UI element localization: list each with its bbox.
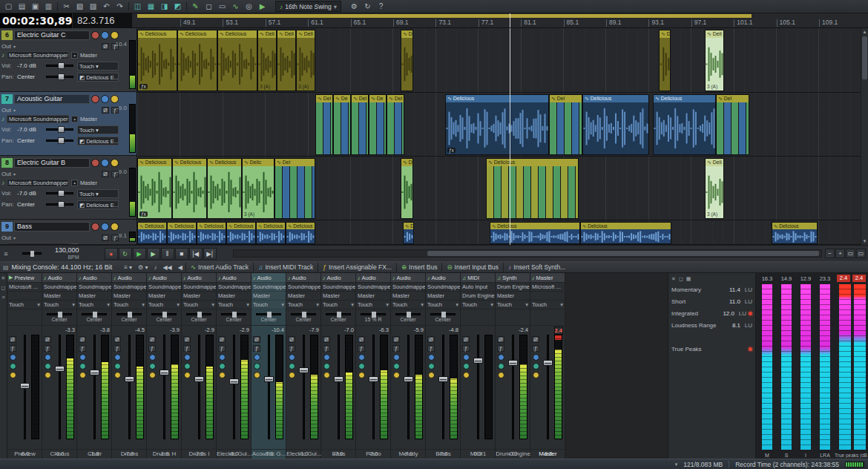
audio-clip[interactable]: ∿ Deli3 (A) — [705, 30, 724, 91]
channel-device[interactable]: Soundmapper — [182, 283, 216, 292]
zoom-out-button[interactable]: − — [825, 249, 835, 258]
channel-bus[interactable]: Master — [147, 292, 181, 301]
record-input-button[interactable] — [254, 354, 260, 361]
zoom-in-button[interactable]: + — [835, 249, 845, 258]
phase-button[interactable]: Ø — [288, 336, 295, 343]
mixer-strip-midi1[interactable]: ♫MIDIAuto InputDrum EngineTouch▾Øƒ0.0 — [461, 273, 496, 459]
channel-type[interactable]: ♪Audio — [77, 273, 111, 283]
solo-button[interactable] — [111, 31, 119, 39]
arm-record-button[interactable] — [91, 223, 99, 231]
fx-button[interactable]: ƒ — [218, 345, 226, 352]
draw-tool-icon[interactable]: ✎ — [189, 1, 202, 12]
pan-control[interactable]: Center — [112, 309, 146, 326]
play-button[interactable]: ▶ — [147, 248, 160, 260]
solo-button[interactable] — [79, 372, 86, 378]
record-input-button[interactable] — [463, 354, 470, 361]
channel-device[interactable]: Soundmapper — [217, 283, 251, 292]
mute-button[interactable] — [45, 363, 51, 370]
channel-bus[interactable]: Master — [182, 292, 216, 301]
volume-fader[interactable] — [90, 335, 99, 439]
scrollbar-thumb[interactable] — [427, 251, 819, 256]
channel-type[interactable]: ♫Synth — [496, 273, 530, 283]
record-button[interactable]: ● — [105, 248, 118, 260]
channel-type[interactable]: ♪Audio — [251, 273, 286, 283]
phase-button[interactable]: Ø — [44, 336, 51, 343]
button-insert-assignable-fx[interactable]: ƒInsert Assignable FX... — [318, 263, 396, 272]
audio-clip[interactable]: ∿ Del — [315, 94, 333, 155]
solo-button[interactable] — [184, 372, 191, 378]
track-name-field[interactable]: Bass — [14, 222, 90, 232]
fx-chain-button[interactable]: ◩ Delicious E... — [77, 73, 119, 82]
track-name-field[interactable]: Acoustic Guitar — [14, 94, 90, 104]
automation-select[interactable]: Touch ▾ — [77, 125, 119, 134]
phase-button[interactable]: Ø — [497, 336, 504, 343]
track-header-acoustic-guitar[interactable]: 7Acoustic GuitarOut▾Øƒ♪Microsoft Soundma… — [0, 92, 137, 156]
solo-button[interactable] — [393, 372, 400, 378]
phase-button[interactable]: Ø — [79, 336, 86, 343]
pan-slider[interactable] — [430, 313, 456, 315]
channel-device[interactable]: Soundmapper — [321, 283, 355, 292]
phase-button[interactable]: Ø — [253, 336, 260, 343]
vertical-scrollbar[interactable]: ▲ ▼ — [861, 28, 868, 245]
mute-button[interactable] — [101, 223, 109, 231]
audio-clip[interactable]: ∿ Delicious — [490, 222, 580, 244]
solo-button[interactable] — [45, 372, 51, 378]
channel-bus[interactable]: Master — [251, 292, 286, 301]
audio-clip[interactable]: ∿ Deli — [277, 30, 296, 91]
pan-slider[interactable] — [46, 76, 73, 78]
volume-fader[interactable] — [125, 335, 134, 439]
pan-control[interactable]: 15 % R — [356, 309, 390, 326]
dock-icon[interactable]: ◻ — [1, 285, 6, 291]
track-header-electric-guitar-b[interactable]: 8Electric Guitar BOut▾Øƒ♪Microsoft Sound… — [0, 156, 137, 220]
automation-mode[interactable]: Touch▾ — [426, 301, 460, 309]
go-to-end-button[interactable]: ▶| — [203, 248, 217, 260]
record-input-button[interactable] — [10, 354, 16, 361]
channel-bus[interactable]: Master — [112, 292, 146, 301]
channel-bus[interactable]: Master — [42, 292, 76, 301]
fx-button[interactable]: ƒ — [183, 345, 191, 352]
phase-button[interactable]: Ø — [102, 43, 109, 50]
channel-bus[interactable]: Master — [286, 292, 320, 301]
phase-button[interactable]: Ø — [9, 336, 16, 343]
solo-button[interactable] — [219, 372, 226, 378]
pan-control[interactable] — [530, 309, 565, 326]
automation-mode[interactable]: Touch▾ — [391, 301, 425, 309]
redo-icon[interactable]: ↷ — [114, 1, 126, 12]
channel-device[interactable]: Drum Engine — [496, 283, 530, 292]
channel-type[interactable]: ♪Audio — [356, 273, 390, 283]
audio-clip[interactable]: ∿ De — [333, 94, 351, 155]
fx-button[interactable]: ƒ — [392, 345, 400, 352]
pan-slider[interactable] — [326, 313, 351, 315]
button-insert-midi-track[interactable]: ♫Insert MIDI Track — [253, 263, 318, 272]
scroll-down-icon[interactable]: ▼ — [861, 237, 868, 245]
channel-name-bass[interactable]: Bass — [321, 450, 356, 459]
render-icon[interactable]: ▥ — [42, 1, 55, 12]
channel-bus[interactable] — [530, 292, 565, 301]
solo-button[interactable] — [358, 372, 365, 378]
mixer-strip-melody[interactable]: ♪AudioSoundmapperMasterTouch▾Center-5.9Ø… — [391, 273, 426, 459]
mixer-strip-brass[interactable]: ♪AudioSoundmapperMasterTouch▾Center-4.8Ø… — [426, 273, 461, 459]
automation-mode[interactable]: Touch▾ — [530, 301, 565, 309]
mute-button[interactable] — [149, 363, 156, 370]
fx-button[interactable]: ƒ — [358, 345, 365, 352]
volume-slider[interactable] — [46, 192, 73, 194]
pan-control[interactable] — [461, 309, 495, 326]
audio-clip[interactable]: ∿ Del — [387, 94, 404, 155]
mixer-strip-drum-engine[interactable]: ♫SynthDrum EngineMasterTouch▾-2.4Øƒ-0.0 — [496, 273, 530, 459]
dock-icon[interactable]: ≡ — [1, 295, 4, 300]
button-insert-soft-synth[interactable]: ♪Insert Soft Synth... — [503, 263, 570, 272]
mixer-strip-chorus[interactable]: ♪AudioSoundmapperMasterTouch▾Center-3.3Ø… — [42, 273, 77, 459]
mixer-menu-icon[interactable]: ≡ ▾ — [121, 264, 135, 271]
channel-bus[interactable]: Master — [391, 292, 425, 301]
audio-clip[interactable]: ∿ D — [401, 158, 413, 219]
undo-icon[interactable]: ↶ — [100, 1, 113, 12]
fx-badge[interactable]: ƒx — [447, 148, 456, 153]
automation-mode[interactable]: Touch▾ — [496, 301, 530, 309]
phase-button[interactable]: Ø — [102, 234, 109, 241]
mute-button[interactable] — [101, 31, 109, 39]
pan-control[interactable]: Center — [147, 309, 181, 326]
audio-clip[interactable]: ∿ De — [369, 94, 387, 155]
fx-chain-button[interactable]: ◩ Delicious E... — [77, 137, 119, 145]
pan-control[interactable]: Center — [182, 309, 216, 326]
channel-name-master[interactable]: Master — [530, 450, 565, 459]
